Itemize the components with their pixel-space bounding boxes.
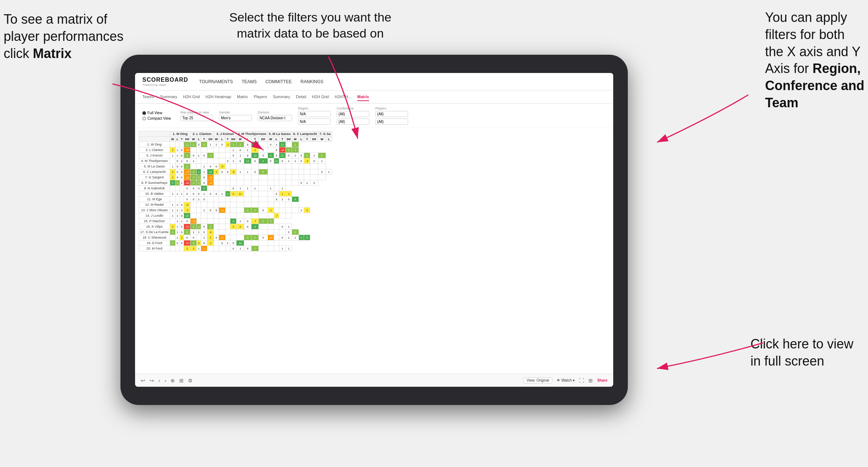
cell-2-12: 1: [237, 153, 244, 158]
filter-players-select1[interactable]: (All): [375, 111, 408, 117]
header-gsargent: 7. G Sa: [318, 131, 332, 137]
undo-icon[interactable]: ↩: [141, 378, 145, 383]
tab-summary2[interactable]: Summary: [273, 93, 290, 101]
filter-region-select2[interactable]: N/A: [298, 119, 331, 125]
cell-1-8: [214, 147, 219, 153]
settings-icon[interactable]: ⚙: [188, 378, 193, 383]
cell-14-1: 1: [175, 219, 180, 224]
cell-9-14: [251, 191, 259, 197]
sub-l6: L: [299, 137, 304, 142]
tab-matrix-left[interactable]: Matrix: [237, 93, 248, 101]
tab-matrix-active[interactable]: Matrix: [357, 93, 369, 101]
tab-h2h-grid2[interactable]: H2H Grid: [312, 93, 329, 101]
cell-13-7: [207, 213, 214, 219]
nav-committee[interactable]: COMMITTEE: [265, 78, 292, 86]
cell-17-21: 4: [299, 235, 304, 240]
cell-15-18: 0: [279, 224, 285, 229]
tab-h2h-heatmap[interactable]: H2H Heatmap: [206, 93, 231, 101]
nav-teams[interactable]: TEAMS: [242, 78, 257, 86]
cell-0-15: [259, 142, 268, 147]
cell-16-14: [251, 229, 259, 235]
filter-division-select[interactable]: NCAA Division I: [258, 115, 292, 121]
filter-players-select2[interactable]: (All): [375, 119, 408, 125]
cell-15-6: 0: [201, 224, 207, 229]
cell-1-6: [201, 147, 207, 153]
cell-15-19: 1: [285, 224, 292, 229]
zoom-icon[interactable]: ⊕: [170, 378, 175, 383]
cell-6-23: [310, 175, 318, 180]
cell-17-13: 2: [244, 235, 251, 240]
cell-3-2: 1: [180, 158, 184, 164]
redo-icon[interactable]: ↪: [150, 378, 154, 383]
cell-1-12: 0: [237, 147, 244, 153]
cell-16-17: [274, 229, 279, 235]
tablet-screen: SCOREBOARD Powered by clippd TOURNAMENTS…: [135, 73, 613, 387]
cell-2-10: [225, 153, 230, 158]
cell-13-6: [201, 213, 207, 219]
nav-tournaments[interactable]: TOURNAMENTS: [199, 78, 233, 86]
cell-2-22: 3: [304, 153, 310, 158]
cell-5-25: 1: [326, 169, 332, 175]
cell-5-11: -5: [230, 169, 237, 175]
sub-l4: L: [244, 137, 251, 142]
view-original-label[interactable]: View: Original: [523, 377, 553, 383]
cell-6-8: [214, 175, 219, 180]
share-button[interactable]: Share: [597, 378, 607, 382]
tab-h2h-grid[interactable]: H2H Grid: [183, 93, 200, 101]
sub-d4: Dif: [259, 137, 268, 142]
cell-6-18: [279, 175, 285, 180]
tab-teams[interactable]: Teams: [142, 93, 154, 101]
header-wding: 1. W Ding: [170, 131, 191, 137]
cell-6-0: 2: [170, 175, 176, 180]
tab-h2h-th[interactable]: H2HTH...: [335, 93, 352, 101]
grid-icon[interactable]: ⊞: [588, 378, 593, 383]
screen-icon[interactable]: ⛶: [579, 378, 584, 383]
cell-19-12: 1: [237, 246, 244, 251]
layout-icon[interactable]: ⊞: [179, 378, 184, 383]
watch-button[interactable]: 👁 Watch ▾: [557, 378, 575, 382]
tab-players[interactable]: Players: [254, 93, 267, 101]
cell-9-7: 0: [207, 191, 214, 197]
cell-6-12: [237, 175, 244, 180]
cell-0-20: 2: [292, 142, 299, 147]
cell-2-18: 11: [279, 153, 285, 158]
row-name-0: 1. W Ding: [139, 142, 170, 147]
cell-7-17: [274, 180, 279, 186]
cell-1-0: 2: [170, 147, 176, 153]
cell-12-18: [279, 208, 285, 213]
cell-8-12: 1: [237, 186, 244, 191]
cell-3-1: 0: [175, 158, 180, 164]
filter-division: Division NCAA Division I: [258, 111, 292, 121]
full-view-radio[interactable]: Full View: [142, 111, 171, 115]
cell-11-3: -6: [184, 202, 191, 208]
cell-4-20: [292, 164, 299, 169]
cell-17-3: 0: [184, 235, 191, 240]
cell-3-23: 0: [310, 158, 318, 164]
filter-max-select[interactable]: Top 25: [180, 115, 213, 121]
cell-11-17: [274, 202, 279, 208]
filter-gender-select[interactable]: Men's: [219, 115, 252, 121]
tab-detail[interactable]: Detail: [296, 93, 306, 101]
cell-15-13: 0: [244, 224, 251, 229]
back-icon[interactable]: ‹: [158, 378, 160, 383]
nav-rankings[interactable]: RANKINGS: [300, 78, 323, 86]
cell-17-18: 0: [279, 235, 285, 240]
filter-conference-select1[interactable]: (All): [337, 111, 369, 117]
cell-2-11: 0: [230, 153, 237, 158]
matrix-container[interactable]: 1. W Ding 2. L Clanton 3. J Koivun 4. M …: [135, 128, 613, 374]
forward-icon[interactable]: ›: [165, 378, 166, 383]
cell-13-11: [230, 213, 237, 219]
filter-region-select1[interactable]: N/A: [298, 111, 331, 117]
cell-4-22: [304, 164, 310, 169]
header-empty: [139, 131, 170, 137]
cell-6-6: 0: [201, 175, 207, 180]
cell-6-5: 2: [197, 175, 201, 180]
sub-t1: T: [180, 137, 184, 142]
compact-view-radio[interactable]: Compact View: [142, 116, 171, 120]
cell-10-6: 0: [201, 197, 207, 202]
tablet-frame: SCOREBOARD Powered by clippd TOURNAMENTS…: [120, 55, 628, 405]
tab-summary[interactable]: Summary: [160, 93, 177, 101]
header-clamprecht: 6. C Lamprecht: [292, 131, 318, 137]
cell-5-10: 0: [225, 169, 230, 175]
filter-conference-select2[interactable]: (All): [337, 119, 369, 125]
